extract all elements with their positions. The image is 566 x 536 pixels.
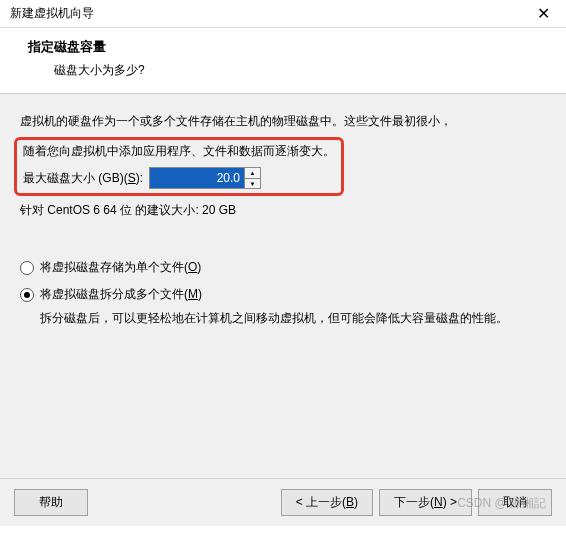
radio-single-file[interactable]: 将虚拟磁盘存储为单个文件(O) — [20, 259, 546, 276]
recommendation-text: 针对 CentOS 6 64 位 的建议大小: 20 GB — [20, 202, 546, 219]
header-title: 指定磁盘容量 — [28, 38, 546, 56]
disk-size-spinner: ▲ ▼ — [149, 167, 261, 189]
wizard-footer: 帮助 < 上一步(B) 下一步(N) > 取消 CSDN @ 陳湘記 — [0, 478, 566, 526]
radio-split-label: 将虚拟磁盘拆分成多个文件(M) — [40, 286, 202, 303]
radio-icon[interactable] — [20, 288, 34, 302]
radio-single-label: 将虚拟磁盘存储为单个文件(O) — [40, 259, 201, 276]
disk-size-input[interactable] — [150, 168, 244, 188]
wizard-header: 指定磁盘容量 磁盘大小为多少? — [0, 28, 566, 93]
next-button[interactable]: 下一步(N) > — [379, 489, 472, 516]
spinner-buttons: ▲ ▼ — [244, 168, 260, 188]
storage-radio-group: 将虚拟磁盘存储为单个文件(O) 将虚拟磁盘拆分成多个文件(M) 拆分磁盘后，可以… — [20, 259, 546, 328]
help-button[interactable]: 帮助 — [14, 489, 88, 516]
description-line-1: 虚拟机的硬盘作为一个或多个文件存储在主机的物理磁盘中。这些文件最初很小， — [20, 112, 546, 131]
close-icon[interactable]: ✕ — [529, 2, 558, 25]
spinner-up-icon[interactable]: ▲ — [245, 168, 260, 179]
disk-size-label: 最大磁盘大小 (GB)(S): — [23, 170, 143, 187]
cancel-button[interactable]: 取消 — [478, 489, 552, 516]
highlight-box: 随着您向虚拟机中添加应用程序、文件和数据而逐渐变大。 最大磁盘大小 (GB)(S… — [14, 137, 344, 196]
radio-split-files[interactable]: 将虚拟磁盘拆分成多个文件(M) — [20, 286, 546, 303]
radio-split-description: 拆分磁盘后，可以更轻松地在计算机之间移动虚拟机，但可能会降低大容量磁盘的性能。 — [40, 309, 546, 328]
window-title: 新建虚拟机向导 — [10, 5, 94, 22]
header-subtitle: 磁盘大小为多少? — [54, 62, 546, 79]
wizard-content: 虚拟机的硬盘作为一个或多个文件存储在主机的物理磁盘中。这些文件最初很小， 随着您… — [0, 94, 566, 526]
description-line-2: 随着您向虚拟机中添加应用程序、文件和数据而逐渐变大。 — [23, 142, 335, 161]
titlebar: 新建虚拟机向导 ✕ — [0, 0, 566, 28]
back-button[interactable]: < 上一步(B) — [281, 489, 373, 516]
spinner-down-icon[interactable]: ▼ — [245, 179, 260, 189]
disk-size-row: 最大磁盘大小 (GB)(S): ▲ ▼ — [23, 167, 335, 189]
radio-icon[interactable] — [20, 261, 34, 275]
